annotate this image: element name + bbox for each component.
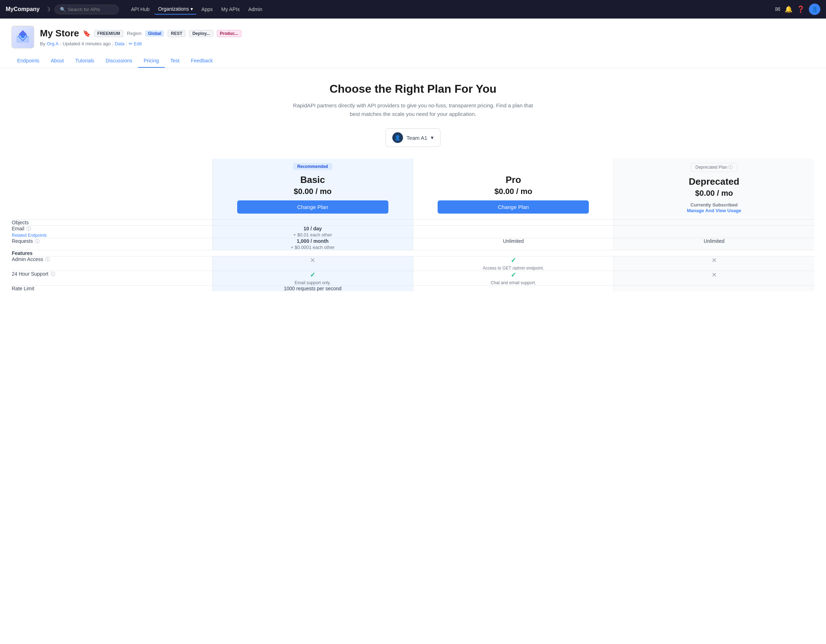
table-row: Objects <box>12 220 815 226</box>
tab-about[interactable]: About <box>45 54 70 68</box>
user-avatar[interactable]: 👤 <box>809 3 820 15</box>
feature-cell-email: Email ⓘ Related Endpoints <box>12 226 213 238</box>
info-icon-admin: ⓘ <box>45 257 50 262</box>
table-row: Rate Limit 1000 requests per second <box>12 286 815 292</box>
bell-icon[interactable]: 🔔 <box>785 5 792 13</box>
check-icon-admin-pro: ✓ <box>413 256 614 264</box>
plan-header-basic: Recommended Basic $0.00 / mo Change Plan <box>212 159 413 220</box>
subscribed-text: Currently Subscribed <box>620 202 809 208</box>
team-selector-wrap: 👤 Team A1 ▾ <box>11 128 815 147</box>
nav-organizations[interactable]: Organizations ▾ <box>154 4 196 15</box>
api-tabs: Endpoints About Tutorials Discussions Pr… <box>11 54 815 68</box>
feature-header-cell <box>12 159 213 220</box>
updated-time: Updated 4 minutes ago <box>63 41 110 47</box>
change-plan-button-pro[interactable]: Change Plan <box>438 200 589 214</box>
api-name: My Store <box>40 28 79 39</box>
value-cell-admin-basic: ✕ <box>212 256 413 271</box>
tab-pricing[interactable]: Pricing <box>138 54 165 68</box>
tab-test[interactable]: Test <box>165 54 185 68</box>
badge-rest: REST <box>168 30 185 37</box>
feature-cell-objects: Objects <box>12 220 213 226</box>
admin-access-text-pro: Access to GET /admin endpoint. <box>413 266 614 271</box>
plan-name-pro: Pro <box>419 174 608 185</box>
api-header: My Store 🔖 FREEMIUM Region Global REST D… <box>0 19 826 68</box>
table-row: 24 Hour Support ⓘ ✓ Email support only. … <box>12 271 815 286</box>
rate-limit-value-basic: 1000 requests per second <box>284 286 342 291</box>
theme-toggle-icon[interactable]: ☽ <box>45 6 50 13</box>
team-avatar-icon: 👤 <box>394 135 401 141</box>
pricing-table: Recommended Basic $0.00 / mo Change Plan… <box>11 158 815 292</box>
team-avatar: 👤 <box>392 132 403 143</box>
tab-endpoints[interactable]: Endpoints <box>11 54 45 68</box>
value-cell-email-pro <box>413 226 614 238</box>
deprecated-badge: Deprecated Plan ⓘ <box>691 163 738 172</box>
mail-icon[interactable]: ✉ <box>775 5 780 13</box>
feature-label-24hr-support: 24 Hour Support ⓘ <box>12 271 55 277</box>
value-cell-support-deprecated: ✕ <box>614 271 815 286</box>
org-link[interactable]: Org A <box>47 41 59 47</box>
value-cell-admin-pro: ✓ Access to GET /admin endpoint. <box>413 256 614 271</box>
email-main-value: 10 / day <box>213 226 413 231</box>
plan-price-deprecated: $0.00 / mo <box>620 189 809 198</box>
nav-admin[interactable]: Admin <box>245 4 266 14</box>
feature-label-admin-access: Admin Access ⓘ <box>12 256 50 262</box>
nav-links: API Hub Organizations ▾ Apps My APIs Adm… <box>127 4 772 15</box>
value-cell-requests-deprecated: Unlimited <box>614 238 815 250</box>
tab-discussions[interactable]: Discussions <box>100 54 138 68</box>
data-link[interactable]: Data <box>115 41 124 47</box>
search-bar[interactable]: 🔍 Search for APIs <box>54 5 119 14</box>
team-selector[interactable]: 👤 Team A1 ▾ <box>385 128 441 147</box>
cross-icon-support-deprecated: ✕ <box>711 272 717 278</box>
features-section-header: Features <box>12 250 815 256</box>
brand-logo: MyCompany <box>6 6 40 12</box>
requests-value-deprecated: Unlimited <box>704 238 724 244</box>
plan-name-deprecated: Deprecated <box>620 176 809 187</box>
recommended-badge: Recommended <box>293 163 332 170</box>
email-sub-value: + $0.01 each other <box>213 232 413 237</box>
plan-header-pro: Pro $0.00 / mo Change Plan <box>413 159 614 220</box>
pricing-title: Choose the Right Plan For You <box>11 82 815 96</box>
value-cell-rate-limit-pro <box>413 286 614 292</box>
nav-apps[interactable]: Apps <box>198 4 216 14</box>
support-sub-basic: Email support only. <box>213 280 413 285</box>
related-endpoints-link[interactable]: Related Endpoints <box>12 233 212 238</box>
feature-cell-requests: Requests ⓘ <box>12 238 213 250</box>
value-cell-email-basic: 10 / day + $0.01 each other <box>212 226 413 238</box>
nav-my-apis[interactable]: My APIs <box>218 4 243 14</box>
value-cell-email-deprecated <box>614 226 815 238</box>
features-section-label: Features <box>12 250 33 256</box>
feature-label-rate-limit: Rate Limit <box>12 286 34 291</box>
plan-name-basic: Basic <box>218 174 407 185</box>
edit-link[interactable]: ✏ Edit <box>129 41 142 47</box>
plan-price-basic: $0.00 / mo <box>218 187 407 196</box>
bookmark-icon[interactable]: 🔖 <box>83 29 91 37</box>
tab-feedback[interactable]: Feedback <box>185 54 218 68</box>
info-icon-email: ⓘ <box>26 226 31 231</box>
badge-deploy: Deploy... <box>189 30 213 37</box>
team-label: Team A1 <box>407 135 427 141</box>
pricing-subtitle: RapidAPI partners directly with API prov… <box>288 101 538 118</box>
search-placeholder: Search for APIs <box>68 7 100 12</box>
check-icon-support-pro: ✓ <box>413 271 614 279</box>
nav-api-hub[interactable]: API Hub <box>127 4 153 14</box>
badge-global: Global <box>145 30 164 37</box>
value-cell-admin-deprecated: ✕ <box>614 256 815 271</box>
plan-price-pro: $0.00 / mo <box>419 187 608 196</box>
feature-cell-24hr-support: 24 Hour Support ⓘ <box>12 271 213 286</box>
manage-link[interactable]: Manage And View Usage <box>687 208 741 213</box>
table-row: Requests ⓘ 1,000 / month + $0.0001 each … <box>12 238 815 250</box>
help-icon[interactable]: ❓ <box>797 5 804 13</box>
change-plan-button-basic[interactable]: Change Plan <box>237 200 388 214</box>
feature-label-objects: Objects <box>12 220 28 225</box>
badge-prod: Produc... <box>217 30 241 37</box>
table-row: Features <box>12 250 815 256</box>
value-cell-support-pro: ✓ Chat and email support. <box>413 271 614 286</box>
table-row: Email ⓘ Related Endpoints 10 / day + $0.… <box>12 226 815 238</box>
nav-icons: ✉ 🔔 ❓ 👤 <box>775 3 820 15</box>
main-content: Choose the Right Plan For You RapidAPI p… <box>0 68 826 303</box>
api-meta: By Org A | Updated 4 minutes ago | Data … <box>40 41 815 47</box>
info-icon-deprecated: ⓘ <box>728 165 733 170</box>
support-sub-pro: Chat and email support. <box>413 280 614 285</box>
value-cell-rate-limit-basic: 1000 requests per second <box>212 286 413 292</box>
tab-tutorials[interactable]: Tutorials <box>70 54 100 68</box>
